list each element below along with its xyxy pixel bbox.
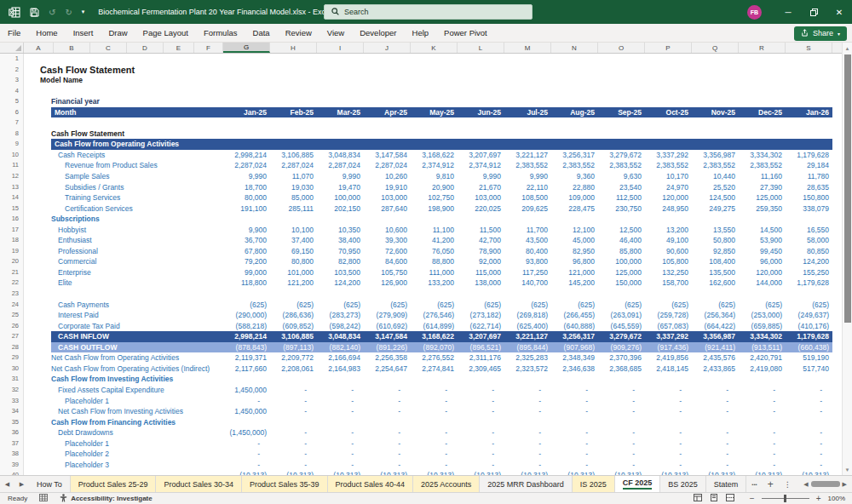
cell[interactable]: Jan-26 (786, 107, 832, 118)
row-number[interactable]: 37 (0, 438, 24, 450)
sheet-tab-how-to[interactable]: How To (29, 476, 71, 492)
cell[interactable]: - (364, 438, 411, 450)
cell[interactable]: 121,200 (270, 278, 317, 289)
row-number[interactable]: 34 (0, 406, 24, 417)
cell[interactable]: - (411, 427, 458, 438)
row-label[interactable]: Cash Flow from Financing Activities (24, 417, 223, 428)
column-header-F[interactable]: F (194, 43, 223, 53)
cell[interactable]: 92,000 (458, 256, 504, 267)
cell[interactable]: 10,170 (645, 171, 692, 182)
cell[interactable]: 2,276,552 (411, 352, 458, 364)
row-label[interactable]: Placeholder 3 (24, 460, 223, 471)
cell[interactable]: (625) (364, 300, 411, 311)
cell[interactable]: - (411, 385, 458, 396)
sheet-tab-2025-accounts[interactable]: 2025 Accounts (413, 476, 480, 492)
row-number[interactable]: 33 (0, 396, 24, 407)
cell[interactable]: Aug-25 (551, 107, 598, 118)
cell[interactable]: 39,300 (364, 235, 411, 246)
cell[interactable]: - (739, 449, 786, 460)
cell[interactable]: 1,179,628 (786, 331, 832, 342)
cell[interactable]: 9,630 (598, 171, 645, 182)
cell[interactable]: - (551, 449, 598, 460)
column-header-Q[interactable]: Q (692, 43, 739, 53)
cell[interactable]: 90,600 (645, 246, 692, 257)
row-label[interactable]: Fixed Assets Capital Expenditure (24, 385, 223, 396)
row-number[interactable]: 1 (0, 54, 24, 65)
zoom-slider-thumb[interactable] (784, 495, 786, 502)
zoom-slider[interactable] (762, 498, 809, 499)
column-header-K[interactable]: K (411, 43, 458, 53)
row-number[interactable]: 21 (0, 267, 24, 278)
cell[interactable]: (913,511) (739, 342, 786, 353)
tab-overflow-button[interactable]: ••• (746, 476, 762, 492)
cell[interactable]: 287,640 (364, 203, 411, 215)
cell[interactable]: - (504, 427, 551, 438)
cell[interactable]: 82,950 (551, 246, 598, 257)
cell[interactable]: 108,400 (692, 256, 739, 267)
cell[interactable]: - (364, 385, 411, 396)
cell[interactable]: - (270, 449, 317, 460)
cell[interactable]: 96,000 (739, 256, 786, 267)
row-number[interactable]: 27 (0, 331, 24, 342)
cell[interactable]: - (411, 460, 458, 471)
cell[interactable]: 50,800 (692, 235, 739, 246)
cell[interactable]: - (692, 449, 739, 460)
cell[interactable]: 3,106,885 (270, 331, 317, 342)
cell[interactable]: 162,600 (692, 278, 739, 289)
cell[interactable]: 2,419,080 (739, 364, 786, 375)
ribbon-tab-data[interactable]: Data (245, 24, 278, 42)
horizontal-scrollbar[interactable]: ◀ ▶ (803, 476, 852, 492)
cell[interactable]: - (598, 438, 645, 450)
cell[interactable]: 3,356,987 (692, 331, 739, 342)
cell[interactable]: - (223, 449, 270, 460)
ribbon-tab-review[interactable]: Review (278, 24, 320, 42)
row-number[interactable]: 38 (0, 449, 24, 460)
redo-icon[interactable]: ↻ (65, 8, 72, 17)
cell[interactable]: 2,164,983 (317, 364, 364, 375)
cell[interactable]: 2,166,694 (317, 352, 364, 364)
cell[interactable]: - (786, 406, 832, 417)
cell[interactable]: 228,475 (551, 203, 598, 215)
cell[interactable]: 248,950 (645, 203, 692, 215)
close-button[interactable]: ✕ (826, 0, 852, 24)
row-label[interactable]: Placeholder 1 (24, 438, 223, 450)
cell[interactable]: 1,179,628 (786, 278, 832, 289)
cell[interactable]: (10,313) (645, 470, 692, 475)
cell[interactable]: - (786, 427, 832, 438)
cell[interactable]: (882,140) (317, 342, 364, 353)
cell[interactable]: 11,100 (411, 225, 458, 236)
cell[interactable]: 202,150 (317, 203, 364, 215)
column-header-H[interactable]: H (270, 43, 317, 53)
cell[interactable]: - (504, 385, 551, 396)
column-header-B[interactable]: B (54, 43, 90, 53)
column-header-N[interactable]: N (551, 43, 598, 53)
cell[interactable]: 133,200 (411, 278, 458, 289)
cell[interactable]: Jan-25 (223, 107, 270, 118)
cell[interactable]: 2,117,660 (223, 364, 270, 375)
cell[interactable]: (598,242) (317, 321, 364, 332)
cell[interactable]: 9,990 (223, 171, 270, 182)
row-number[interactable]: 18 (0, 235, 24, 246)
column-header-P[interactable]: P (645, 43, 692, 53)
cell[interactable]: (10,313) (223, 470, 270, 475)
cell[interactable]: 27,390 (739, 182, 786, 193)
column-header-A[interactable]: A (24, 43, 54, 53)
cell[interactable]: 3,221,127 (504, 150, 551, 161)
cell[interactable]: (625) (458, 300, 504, 311)
cell[interactable]: 80,000 (223, 192, 270, 203)
cell[interactable]: 80,400 (504, 246, 551, 257)
row-number[interactable]: 29 (0, 352, 24, 364)
row-number[interactable]: 10 (0, 150, 24, 161)
row-number[interactable]: 7 (0, 117, 24, 129)
sheet-nav-left-icon[interactable]: ◀ (0, 476, 14, 492)
restore-button[interactable] (801, 0, 826, 24)
page-layout-view-icon[interactable] (710, 494, 718, 503)
cell[interactable]: 118,800 (223, 278, 270, 289)
cell[interactable]: 78,900 (458, 246, 504, 257)
cell[interactable]: 72,600 (364, 246, 411, 257)
zoom-out-icon[interactable]: − (750, 494, 755, 503)
row-number[interactable]: 2 (0, 65, 24, 76)
row-label[interactable]: Subsidies / Grants (24, 182, 223, 193)
cell[interactable]: 124,200 (317, 278, 364, 289)
hscroll-right-icon[interactable]: ▶ (843, 481, 847, 488)
